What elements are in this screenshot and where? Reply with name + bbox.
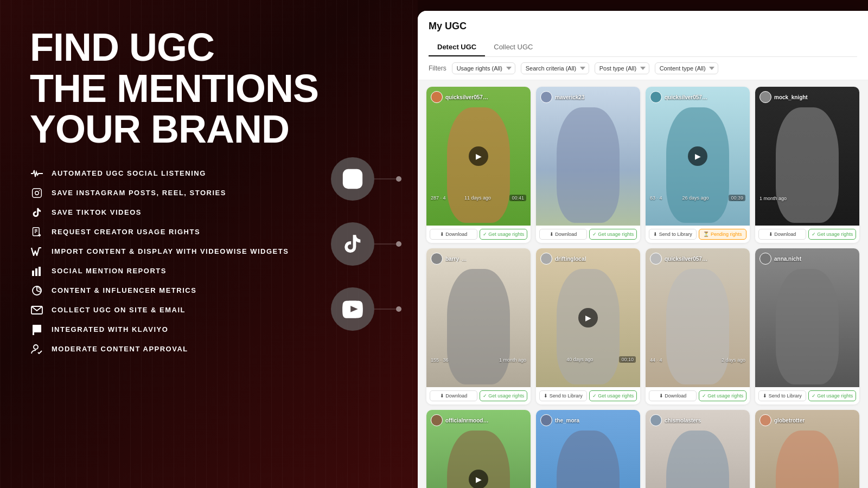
ugc-card-card-1: quicksilver05780 ▶ 287 · 4 11 days ago 0… xyxy=(426,87,531,243)
ugc-card-card-2: maverick23 ⬇ Download✓ Get usage rights xyxy=(536,87,640,243)
card-time: 1 month ago xyxy=(499,357,526,363)
card-username: officialnrmoodydres... xyxy=(445,418,489,423)
card-actions: ⬇ Download✓ Get usage rights xyxy=(646,387,750,404)
card-time: 11 days ago xyxy=(464,195,491,201)
usage-rights-filter[interactable]: Usage rights (All) xyxy=(452,62,515,74)
feature-label: SAVE INSTAGRAM POSTS, REEL, STORIES xyxy=(52,189,226,197)
card-media: quicksilver05780 ▶ 287 · 4 11 days ago 0… xyxy=(426,87,531,226)
card-actions: ⬇ Download✓ Get usage rights xyxy=(536,226,640,243)
tab-collect-ugc[interactable]: Collect UGC xyxy=(485,38,541,56)
card-actions: ⬇ Send to Library✓ Get usage rights xyxy=(536,387,640,404)
card-media: chismolasters xyxy=(646,410,750,488)
filters-label: Filters xyxy=(429,65,446,72)
card-action-download[interactable]: ⬇ Download xyxy=(430,390,477,401)
card-action-pending-rights[interactable]: ⏳ Pending rights xyxy=(699,229,746,240)
card-action-download[interactable]: ⬇ Download xyxy=(430,229,477,240)
card-action-get-usage-rights[interactable]: ✓ Get usage rights xyxy=(589,229,637,240)
card-user-info: mock_knight xyxy=(760,91,808,103)
card-time: 2 days ago xyxy=(722,357,745,363)
card-time: 40 days ago xyxy=(566,357,593,362)
email-icon xyxy=(30,303,44,317)
card-username: driftinglocal xyxy=(555,256,586,262)
ugc-card-card-6: driftinglocal ▶ 40 days ago 00:10 ⬇ Send… xyxy=(536,248,640,404)
card-action-get-usage-rights[interactable]: ✓ Get usage rights xyxy=(808,229,856,240)
headline: FIND UGC THE MENTIONS YOUR BRAND xyxy=(30,27,391,150)
content-type-filter[interactable]: Content type (All) xyxy=(655,62,718,74)
card-view-count: 155 · 36 xyxy=(431,357,449,363)
card-action-get-usage-rights[interactable]: ✓ Get usage rights xyxy=(589,390,637,401)
card-view-count: 63 · 4 xyxy=(650,195,662,201)
play-button[interactable]: ▶ xyxy=(469,470,488,488)
svg-point-17 xyxy=(34,345,38,349)
ugc-card-card-5: barry_... 155 · 36 1 month ago ⬇ Downloa… xyxy=(426,248,531,404)
card-time: 1 month ago xyxy=(760,196,787,201)
document-arrow-icon xyxy=(30,225,44,239)
card-action-send-to-library[interactable]: ⬇ Send to Library xyxy=(758,390,806,401)
feature-label: COLLECT UGC ON SITE & EMAIL xyxy=(52,306,186,314)
card-media: driftinglocal ▶ 40 days ago 00:10 xyxy=(536,248,640,387)
card-media: barry_... 155 · 36 1 month ago xyxy=(426,248,531,387)
card-action-get-usage-rights[interactable]: ✓ Get usage rights xyxy=(699,390,746,401)
card-action-get-usage-rights[interactable]: ✓ Get usage rights xyxy=(480,229,527,240)
card-username: mock_knight xyxy=(774,94,808,100)
search-criteria-filter[interactable]: Search criteria (All) xyxy=(521,62,589,74)
card-action-download[interactable]: ⬇ Download xyxy=(649,390,697,401)
svg-rect-15 xyxy=(33,325,41,332)
pie-icon xyxy=(30,284,44,298)
card-stats: 155 · 36 1 month ago xyxy=(426,357,531,363)
card-media: quicksilver05780 44 · 4 2 days ago xyxy=(646,248,750,387)
feature-label: IMPORT CONTENT & DISPLAY WITH VIDEOWISE … xyxy=(52,247,289,255)
chart-icon xyxy=(30,264,44,278)
card-duration: 00:39 xyxy=(729,195,745,201)
headline-line3: YOUR BRAND xyxy=(30,109,391,150)
card-action-get-usage-rights[interactable]: ✓ Get usage rights xyxy=(808,390,856,401)
card-user-info: maverick23 xyxy=(540,91,585,103)
play-button[interactable]: ▶ xyxy=(688,146,707,166)
ugc-card-card-4: mock_knight 1 month ago ⬇ Download✓ Get … xyxy=(755,87,859,243)
youtube-platform-icon xyxy=(331,287,374,331)
card-media: mock_knight 1 month ago xyxy=(755,87,859,226)
card-actions: ⬇ Download✓ Get usage rights xyxy=(426,387,531,404)
ugc-card-card-3: quicksilver05780 ▶ 63 · 4 26 days ago 00… xyxy=(646,87,750,243)
svg-rect-8 xyxy=(32,271,34,276)
card-time: 26 days ago xyxy=(682,195,709,201)
card-action-get-usage-rights[interactable]: ✓ Get usage rights xyxy=(480,390,527,401)
ugc-card-card-8: anna.nicht ⬇ Send to Library✓ Get usage … xyxy=(755,248,859,404)
feature-label: INTEGRATED WITH KLAVIYO xyxy=(52,325,168,333)
card-user-info: quicksilver05780 xyxy=(650,91,708,103)
post-type-filter[interactable]: Post type (All) xyxy=(595,62,649,74)
card-username: quicksilver05780 xyxy=(665,94,708,100)
feature-label: MODERATE CONTENT APPROVAL xyxy=(52,345,188,353)
card-username: quicksilver05780 xyxy=(665,256,708,262)
pulse-icon xyxy=(30,166,44,181)
feature-label: REQUEST CREATOR USAGE RIGHTS xyxy=(52,228,200,236)
card-action-download[interactable]: ⬇ Download xyxy=(758,229,806,240)
play-button[interactable]: ▶ xyxy=(469,146,488,166)
play-button[interactable]: ▶ xyxy=(578,308,598,328)
tiktok-icon xyxy=(30,206,44,220)
panel-title: My UGC xyxy=(429,21,857,32)
card-stats: 44 · 4 2 days ago xyxy=(646,357,750,363)
card-media: the_mora xyxy=(536,410,640,488)
card-user-info: the_mora xyxy=(540,414,579,426)
card-username: barry_... xyxy=(445,256,467,262)
card-action-send-to-library[interactable]: ⬇ Send to Library xyxy=(539,390,587,401)
svg-rect-0 xyxy=(33,188,42,197)
card-actions: ⬇ Send to Library✓ Get usage rights xyxy=(755,387,859,404)
card-action-download[interactable]: ⬇ Download xyxy=(539,229,587,240)
tabs-container: Detect UGC Collect UGC xyxy=(429,38,857,57)
card-stats: 1 month ago xyxy=(755,196,859,201)
card-username: globetrotter xyxy=(774,418,805,423)
card-action-send-to-library[interactable]: ⬇ Send to Library xyxy=(649,229,697,240)
card-stats: 63 · 4 26 days ago 00:39 xyxy=(646,195,750,201)
svg-point-2 xyxy=(39,190,40,191)
tab-detect-ugc[interactable]: Detect UGC xyxy=(429,38,485,56)
card-stats: 40 days ago 00:10 xyxy=(536,356,640,363)
svg-point-20 xyxy=(356,173,359,175)
card-view-count: 44 · 4 xyxy=(650,357,662,363)
card-username: anna.nicht xyxy=(774,256,801,262)
ugc-card-card-9: officialnrmoodydres... ▶ xyxy=(426,410,531,488)
card-actions: ⬇ Download✓ Get usage rights xyxy=(426,226,531,243)
svg-rect-3 xyxy=(33,227,40,235)
card-actions: ⬇ Send to Library⏳ Pending rights xyxy=(646,226,750,243)
